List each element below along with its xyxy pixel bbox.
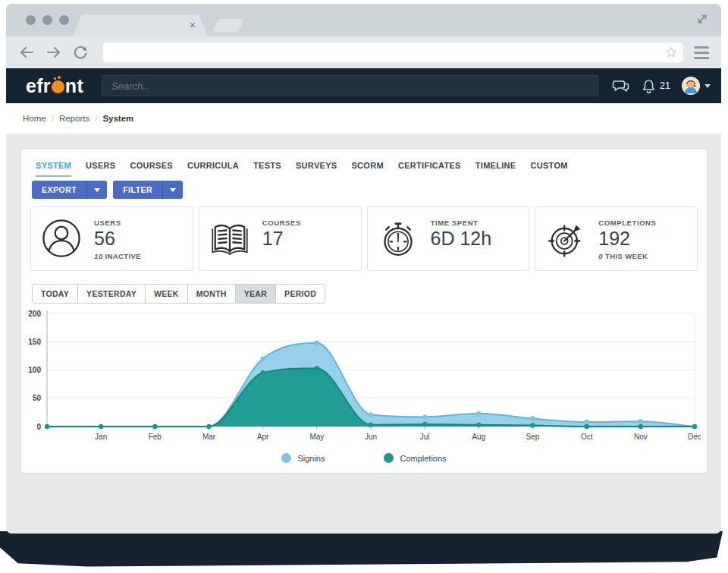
stat-label: COURSES (262, 219, 301, 227)
browser-window: × (6, 4, 721, 534)
browser-menu-icon[interactable] (694, 46, 709, 59)
breadcrumb-current: System (102, 114, 133, 123)
report-tabs: SYSTEM USERS COURSES CURRICULA TESTS SUR… (36, 161, 568, 177)
breadcrumb-reports[interactable]: Reports (59, 114, 89, 123)
range-button-period[interactable]: PERIOD (275, 284, 325, 304)
export-button-label[interactable]: EXPORT (32, 181, 86, 199)
svg-text:Aug: Aug (472, 433, 485, 441)
page-content: SYSTEM USERS COURSES CURRICULA TESTS SUR… (6, 134, 721, 534)
reports-panel: SYSTEM USERS COURSES CURRICULA TESTS SUR… (21, 150, 707, 473)
legend-signins[interactable]: Signins (281, 453, 325, 463)
range-button-month[interactable]: MONTH (187, 284, 236, 304)
bookmark-star-icon[interactable] (665, 46, 677, 58)
legend-label: Completions (400, 454, 446, 463)
stat-card-completions: COMPLETIONS 192 0 THIS WEEK (535, 206, 698, 271)
tab-surveys[interactable]: SURVEYS (296, 161, 337, 177)
tab-scorm[interactable]: SCORM (351, 161, 383, 177)
svg-text:100: 100 (28, 366, 41, 374)
tab-tests[interactable]: TESTS (253, 161, 281, 177)
reload-icon[interactable] (73, 45, 88, 60)
filter-dropdown-button[interactable] (162, 181, 183, 199)
bell-icon (642, 78, 656, 94)
book-icon (209, 217, 251, 260)
svg-text:Dec: Dec (688, 433, 701, 441)
svg-text:Feb: Feb (149, 433, 162, 441)
stat-label: COMPLETIONS (598, 219, 656, 227)
target-icon (544, 217, 587, 260)
breadcrumb: Home / Reports / System (6, 103, 721, 134)
screenshot-stage: × (0, 0, 728, 573)
svg-text:Jun: Jun (365, 433, 377, 441)
forward-icon[interactable] (46, 46, 62, 59)
browser-toolbar (6, 36, 721, 68)
svg-text:Mar: Mar (202, 433, 216, 441)
filter-button-label[interactable]: FILTER (113, 181, 162, 199)
svg-text:Sep: Sep (526, 433, 540, 441)
app-header: efrnt (6, 68, 721, 103)
stat-card-courses: COURSES 17 (199, 206, 362, 271)
resize-window-icon[interactable] (695, 12, 709, 26)
logo-text-left: efr (26, 75, 51, 97)
breadcrumb-separator: / (95, 114, 97, 123)
svg-text:150: 150 (28, 338, 41, 346)
breadcrumb-separator: / (52, 114, 54, 123)
chart-legend: Signins Completions (21, 453, 707, 463)
stopwatch-icon (377, 217, 419, 260)
completions-legend-dot-icon (384, 453, 394, 463)
range-button-week[interactable]: WEEK (145, 284, 188, 304)
app-search-field[interactable] (102, 75, 598, 96)
svg-text:Apr: Apr (257, 433, 269, 441)
svg-text:Jan: Jan (95, 433, 107, 441)
svg-text:May: May (309, 433, 324, 441)
notifications[interactable]: 21 (642, 78, 670, 94)
range-button-today[interactable]: TODAY (32, 284, 78, 304)
tab-courses[interactable]: COURSES (130, 161, 173, 177)
range-button-yesterday[interactable]: YESTERDAY (77, 284, 146, 304)
tab-custom[interactable]: CUSTOM (531, 161, 568, 177)
avatar (682, 77, 700, 95)
tab-system[interactable]: SYSTEM (36, 161, 71, 177)
url-input[interactable] (103, 43, 683, 62)
stat-value: 56 (94, 227, 141, 250)
decorative-base-shape (0, 531, 723, 568)
svg-text:Jul: Jul (420, 433, 430, 441)
app-search-input[interactable] (102, 76, 598, 96)
new-tab-button[interactable] (212, 19, 244, 32)
tab-users[interactable]: USERS (86, 161, 115, 177)
svg-text:50: 50 (33, 394, 42, 402)
svg-text:200: 200 (28, 310, 41, 318)
date-range-selector: TODAY YESTERDAY WEEK MONTH YEAR PERIOD (32, 284, 325, 304)
tab-certificates[interactable]: CERTIFICATES (398, 161, 461, 177)
signins-legend-dot-icon (281, 453, 291, 463)
export-dropdown-button[interactable] (86, 181, 107, 199)
messages-icon[interactable] (612, 77, 630, 94)
svg-text:0: 0 (36, 423, 41, 431)
user-menu[interactable] (682, 77, 711, 95)
export-button[interactable]: EXPORT (32, 181, 107, 199)
browser-titlebar: × (6, 4, 721, 36)
filter-button[interactable]: FILTER (113, 181, 183, 199)
stat-card-users: USERS 56 10 INACTIVE (30, 206, 193, 271)
logo-o-icon (52, 80, 64, 93)
stat-label: USERS (94, 219, 141, 227)
window-control-dots-icon[interactable] (26, 15, 69, 25)
tab-curricula[interactable]: CURRICULA (187, 161, 239, 177)
range-button-year[interactable]: YEAR (235, 284, 276, 304)
stat-value: 6D 12h (431, 227, 492, 250)
legend-completions[interactable]: Completions (384, 453, 446, 463)
legend-label: Signins (297, 454, 325, 463)
chevron-down-icon (170, 188, 176, 192)
stat-subtext: 0 THIS WEEK (598, 252, 656, 260)
back-icon[interactable] (18, 46, 35, 59)
stat-label: TIME SPENT (431, 219, 492, 227)
url-bar[interactable] (103, 43, 683, 62)
notification-count: 21 (660, 80, 670, 91)
tab-close-icon[interactable]: × (190, 18, 196, 32)
browser-tab[interactable]: × (73, 14, 208, 36)
svg-text:Oct: Oct (581, 433, 593, 441)
breadcrumb-home[interactable]: Home (23, 114, 46, 123)
tab-timeline[interactable]: TIMELINE (475, 161, 516, 177)
chevron-down-icon (94, 188, 100, 192)
efront-logo[interactable]: efrnt (26, 75, 83, 97)
logo-text-right: nt (65, 75, 83, 97)
